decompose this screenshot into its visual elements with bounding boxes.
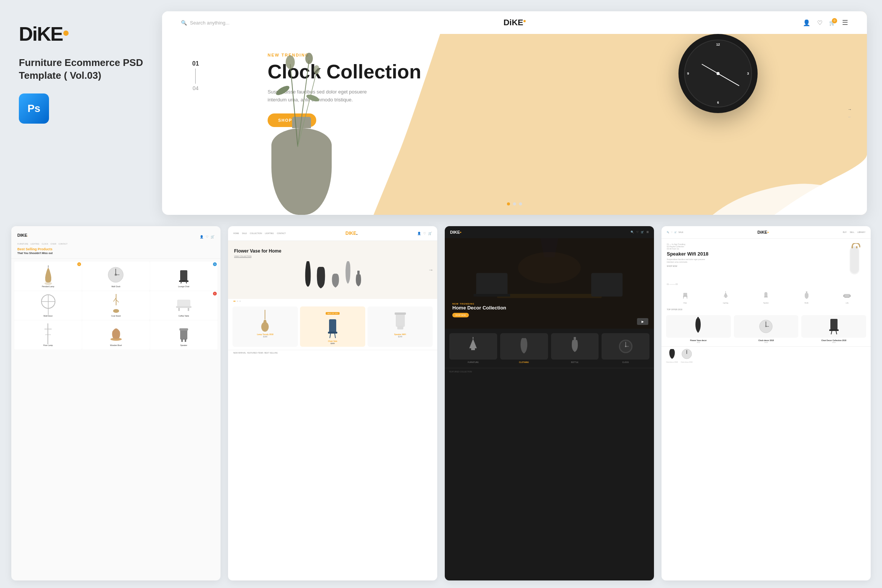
thumb2-next-arrow[interactable]: → — [428, 267, 433, 273]
thumb3-cta[interactable]: SHOP NOW — [452, 313, 469, 317]
thumb3-content: NEW TRENDING Home Decor Collection SHOP … — [452, 303, 506, 317]
svg-rect-76 — [764, 292, 767, 297]
svg-rect-28 — [188, 308, 189, 311]
thumb4-hero-section: 01 — In-App Trending02 Playlist Collecti… — [662, 239, 871, 283]
thumb3-cat-clothing[interactable]: CLOTHING — [500, 333, 548, 363]
svg-rect-52 — [591, 273, 623, 296]
svg-rect-82 — [844, 297, 850, 298]
thumb4-slide-info: 01 — In-App Trending02 Playlist Collecti… — [667, 243, 712, 250]
svg-rect-51 — [473, 294, 510, 297]
thumb2-product-1[interactable]: Lamp Trendy 2018 $199 — [233, 306, 298, 347]
dot-1[interactable] — [507, 202, 510, 205]
clothing-highlight: CLOTHING — [500, 361, 548, 363]
search-placeholder: Search anything... — [190, 20, 230, 26]
thumb3-cat-furniture[interactable]: FURNITURE — [449, 333, 497, 363]
product-item[interactable]: Wall Clock — [82, 262, 150, 291]
thumb3-cat-clock[interactable]: CLOCK — [602, 333, 649, 363]
product-item[interactable]: Lounge Chair N — [150, 262, 217, 291]
product-item[interactable]: Floor Lamp — [14, 320, 82, 349]
ps-badge: Ps — [19, 93, 49, 124]
thumb2-collection-link[interactable]: VIEW COLLECTION — [234, 255, 431, 257]
svg-rect-47 — [397, 326, 403, 329]
svg-rect-70 — [683, 296, 688, 297]
svg-point-40 — [263, 320, 266, 324]
svg-rect-88 — [830, 319, 838, 330]
thumb4-product-2[interactable]: Clock decor 2018 2018 — [734, 315, 799, 343]
thumb1-cart-icon: 🛒 — [211, 235, 214, 239]
svg-rect-46 — [395, 312, 406, 315]
main-logo: DiKE — [19, 23, 143, 45]
cat-sofa[interactable]: sofa — [828, 290, 866, 304]
hero-navbar: 🔍 Search anything... DiKE 👤 ♡ 🛒 0 ☰ — [162, 11, 867, 34]
svg-rect-35 — [185, 339, 186, 342]
svg-rect-66 — [850, 246, 859, 274]
thumb3-logo: DIKE• — [450, 230, 461, 234]
thumb4-categories: Chair Lighting Speaker Bottle — [662, 287, 871, 307]
user-icon[interactable]: 👤 — [803, 19, 810, 26]
thumb4-product-desc: Suspendisse faucibus sed dolor eget posu… — [667, 258, 712, 263]
hero-section: 🔍 Search anything... DiKE 👤 ♡ 🛒 0 ☰ 01 0… — [162, 11, 867, 215]
product-badge-sale: S — [213, 292, 217, 296]
thumb4-price-info: SHOP NOW — [667, 265, 712, 267]
svg-rect-27 — [178, 308, 180, 311]
thumb4-small-item-1[interactable]: Clock decor 2018 — [666, 348, 678, 363]
ps-text: Ps — [28, 103, 40, 115]
svg-rect-36 — [179, 328, 188, 331]
product-item[interactable]: Wall Decor — [14, 291, 82, 320]
product-badge-blue: N — [213, 262, 217, 266]
thumb4-product-title: Speaker Wifi 2018 — [667, 251, 712, 257]
dot-2[interactable] — [513, 202, 516, 205]
svg-point-6 — [275, 84, 291, 97]
product-item[interactable]: Wooden Bowl — [82, 320, 150, 349]
thumb1-product-grid: Pendant Lamp N Wall Clock Lounge Chair N — [11, 259, 220, 352]
product-item[interactable]: Pendant Lamp N — [14, 262, 82, 291]
thumb4-product-3[interactable]: Chair Decor Collection 2018 2018 — [801, 315, 866, 343]
thumb4-product-1[interactable]: Flower Vase decor 2018 — [666, 315, 731, 343]
svg-rect-37 — [357, 271, 360, 274]
thumb1-user-icon: 👤 — [200, 235, 204, 239]
thumb1-heart-icon: ♡ — [206, 235, 208, 239]
hero-navigation-arrows: → ← — [848, 107, 852, 119]
thumb3-video-btn[interactable]: ▶ — [637, 318, 648, 325]
cat-chair[interactable]: Chair — [666, 290, 704, 304]
search-bar[interactable]: 🔍 Search anything... — [181, 20, 230, 26]
product-item[interactable]: Coffee Table S — [150, 291, 217, 320]
thumb2-product-2[interactable]: SALE OFF 30% Chair Sale $299 — [300, 306, 365, 347]
heart-icon[interactable]: ♡ — [817, 19, 822, 26]
thumbnail-home-decor: DIKE• 🔍 ♡ 🛒 ☰ — [445, 226, 654, 580]
vase-decoration — [271, 117, 332, 215]
cat-speaker[interactable]: Speaker — [747, 290, 785, 304]
slide-divider — [195, 69, 196, 84]
logo-text: DiKE — [19, 23, 63, 45]
thumb3-cat-bottle[interactable]: BOTTLE — [551, 333, 599, 363]
thumb2-product-3[interactable]: Speaker WiFi $149 — [368, 306, 433, 347]
slide-counter: 01 04 — [192, 60, 199, 91]
slider-dots — [507, 202, 522, 205]
cart-icon[interactable]: 🛒 0 — [829, 20, 835, 26]
cat-lighting[interactable]: Lighting — [706, 290, 744, 304]
svg-line-2 — [298, 72, 317, 147]
dot-3[interactable] — [519, 202, 522, 205]
cat-bottle[interactable]: Bottle — [787, 290, 825, 304]
thumb4-featured-products: Flower Vase decor 2018 Clock decor 2018 … — [662, 312, 871, 346]
logo-dot — [63, 31, 69, 36]
thumb4-small-item-2[interactable]: Clock decor 2018 — [681, 348, 692, 363]
thumb3-product-categories: FURNITURE CLOTHING BOTTLE — [445, 329, 654, 368]
svg-line-1 — [298, 60, 309, 147]
prev-arrow[interactable]: ← — [848, 115, 852, 119]
brand-tagline: Furniture Ecommerce PSD Template ( Vol.0… — [19, 57, 143, 82]
thumb1-header: DIKE• 👤 ♡ 🛒 FURNITURELIGHTINGCLOCKCHAIRC… — [11, 226, 220, 259]
svg-rect-34 — [181, 339, 183, 342]
clock-product-image: 12 3 6 9 — [678, 34, 761, 117]
thumb3-hero-section: NEW TRENDING Home Decor Collection SHOP … — [445, 238, 654, 329]
thumb4-logo: DiKE• — [757, 230, 769, 234]
svg-point-3 — [286, 55, 295, 69]
thumb2-vases — [234, 261, 431, 291]
menu-icon[interactable]: ☰ — [842, 18, 848, 27]
product-item[interactable]: Speaker — [150, 320, 217, 349]
svg-point-5 — [314, 65, 320, 74]
product-item[interactable]: Coat Stand — [82, 291, 150, 320]
svg-marker-56 — [469, 339, 477, 348]
next-arrow[interactable]: → — [848, 107, 852, 112]
svg-rect-41 — [329, 319, 336, 332]
